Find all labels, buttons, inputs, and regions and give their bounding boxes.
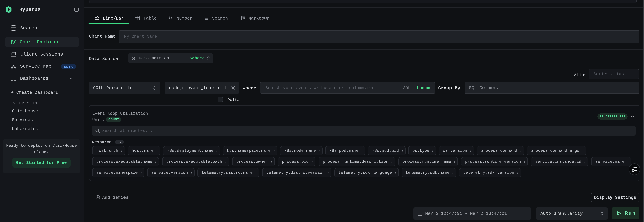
svg-text:3: 3: [171, 17, 172, 19]
